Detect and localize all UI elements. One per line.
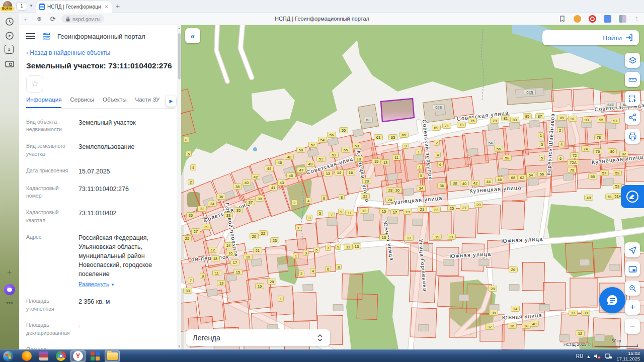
legend-bar[interactable]: Легенда — [186, 329, 330, 346]
tab-1[interactable]: Информация — [26, 97, 61, 108]
svg-text:24: 24 — [388, 198, 392, 202]
extension-icon[interactable] — [574, 15, 581, 23]
network-icon[interactable] — [605, 353, 612, 359]
clock-date: 17.11.2025 — [616, 356, 640, 361]
svg-text:42: 42 — [473, 181, 477, 186]
svg-text:41: 41 — [271, 186, 275, 190]
refresh-icon[interactable]: ⟳ — [48, 14, 58, 24]
svg-text:32: 32 — [200, 207, 204, 211]
favorite-star-button[interactable]: ☆ — [26, 75, 43, 93]
zoom-in-button[interactable]: + — [625, 300, 640, 315]
tab-count-icon[interactable]: 1 — [5, 45, 14, 54]
start-button[interactable] — [3, 351, 14, 361]
svg-text:18: 18 — [357, 157, 361, 161]
clock-time: 15:02 — [616, 350, 640, 356]
svg-text:20: 20 — [365, 179, 369, 184]
svg-text:32: 32 — [488, 325, 492, 329]
share-button[interactable] — [625, 110, 640, 125]
field-row: Вид объекта недвижимостиЗемельный участо… — [26, 114, 177, 138]
tray-expand-icon[interactable]: ▴ — [587, 353, 590, 359]
select-area-button[interactable] — [625, 91, 640, 106]
tab-3[interactable]: Объекты — [103, 97, 126, 108]
tab-2[interactable]: Сервисы — [70, 97, 94, 108]
svg-text:26: 26 — [511, 267, 515, 272]
svg-text:44: 44 — [487, 179, 491, 184]
svg-text:46: 46 — [498, 177, 502, 182]
video-icon[interactable] — [5, 31, 15, 41]
expand-address-link[interactable]: Развернуть▼ — [78, 280, 177, 289]
tab-counter[interactable]: 1 — [16, 2, 27, 11]
scroll-up-icon[interactable]: ▲ — [177, 27, 181, 30]
winrar-icon[interactable] — [36, 350, 51, 362]
yandex-search-icon[interactable]: ⊛ — [34, 14, 44, 24]
map-canvas[interactable]: Советская улицаСоветская улицаСоветская … — [181, 25, 644, 349]
back-to-results-link[interactable]: ‹ Назад в найденные объекты — [26, 49, 110, 56]
bookmark-icon[interactable] — [558, 15, 566, 23]
alice-icon[interactable] — [589, 15, 596, 23]
svg-text:15: 15 — [382, 209, 386, 214]
menu-dots-icon[interactable]: ⋮ — [632, 14, 642, 24]
svg-text:7: 7 — [327, 246, 329, 250]
svg-text:12: 12 — [578, 331, 582, 336]
mini-map-button[interactable] — [625, 261, 640, 277]
yandex-browser-icon[interactable]: Y — [70, 350, 86, 362]
svg-text:52: 52 — [311, 143, 315, 147]
zoom-out-button[interactable]: − — [625, 319, 640, 334]
field-row: Площадь декларированная- — [26, 317, 177, 342]
svg-text:64Б: 64Б — [607, 103, 614, 107]
locate-me-button[interactable] — [625, 242, 640, 257]
collections-icon[interactable] — [604, 15, 611, 23]
field-value: - — [78, 321, 80, 337]
more-dots-icon[interactable]: ••• — [5, 299, 15, 309]
svg-text:20: 20 — [252, 234, 256, 239]
add-panel-icon[interactable]: + — [5, 268, 15, 278]
svg-text:18: 18 — [213, 256, 217, 261]
search-location-button[interactable] — [625, 281, 640, 296]
svg-text:17: 17 — [407, 236, 411, 240]
ruler-button[interactable] — [625, 72, 640, 87]
print-button[interactable] — [625, 129, 640, 144]
tabs-scroll-button[interactable]: ▶ — [166, 96, 176, 107]
collapse-panel-button[interactable]: « — [185, 28, 200, 43]
language-indicator[interactable]: RU — [576, 353, 583, 359]
screenshot-icon[interactable] — [5, 59, 15, 69]
tab-close-icon[interactable]: ✕ — [105, 4, 109, 10]
panel-tabs: ИнформацияСервисыОбъектыЧасти ЗУСоста — [26, 97, 175, 109]
field-value: 73:11:010402 — [78, 209, 117, 225]
new-tab-button[interactable]: + — [116, 2, 120, 10]
tabs-panel-icon[interactable] — [619, 15, 626, 23]
taskbar-clock[interactable]: 15:02 17.11.2025 — [616, 350, 640, 362]
office-icon[interactable] — [88, 350, 103, 362]
menu-burger-icon[interactable] — [26, 33, 35, 39]
svg-text:35: 35 — [236, 208, 240, 213]
browser-tab[interactable]: НСПД | Геоинформаци ✕ — [36, 1, 112, 13]
layers-button[interactable] — [625, 53, 640, 68]
svg-text:89: 89 — [560, 116, 564, 120]
back-icon[interactable]: ← — [21, 14, 31, 24]
feedback-tab-button[interactable] — [621, 185, 644, 208]
chat-fab[interactable] — [598, 286, 627, 315]
url-chip[interactable]: nspd.gov.ru — [61, 15, 104, 23]
profile-login-badge[interactable]: Войти — [1, 7, 14, 11]
system-tray: RU ▴ 15:02 17.11.2025 — [576, 350, 644, 362]
svg-text:3: 3 — [305, 251, 307, 255]
windows-taskbar: Y RU ▴ 15:02 17.11.2025 — [0, 349, 644, 362]
alice-assistant-icon[interactable] — [4, 284, 15, 295]
volume-muted-icon[interactable] — [594, 353, 601, 359]
chrome-icon[interactable] — [53, 350, 68, 362]
panel-scrollbar[interactable]: ▲ ▼ — [177, 25, 181, 349]
chevron-down-icon[interactable]: ▼ — [29, 4, 33, 8]
firefox-icon[interactable] — [19, 350, 34, 362]
object-title: Земельный участок: 73:11:010402:276 — [26, 61, 172, 70]
map-area[interactable]: Советская улицаСоветская улицаСоветская … — [181, 25, 644, 349]
svg-text:81: 81 — [504, 116, 508, 121]
map-login-button[interactable]: Войти — [542, 30, 639, 45]
scroll-down-icon[interactable]: ▼ — [177, 345, 181, 348]
tab-4[interactable]: Части ЗУ — [135, 97, 160, 108]
explorer-icon[interactable] — [105, 350, 120, 362]
svg-text:28: 28 — [491, 287, 495, 291]
svg-text:19: 19 — [435, 235, 439, 239]
scrollbar-thumb[interactable] — [178, 33, 181, 79]
svg-text:56: 56 — [330, 133, 334, 137]
history-icon[interactable] — [5, 17, 15, 27]
